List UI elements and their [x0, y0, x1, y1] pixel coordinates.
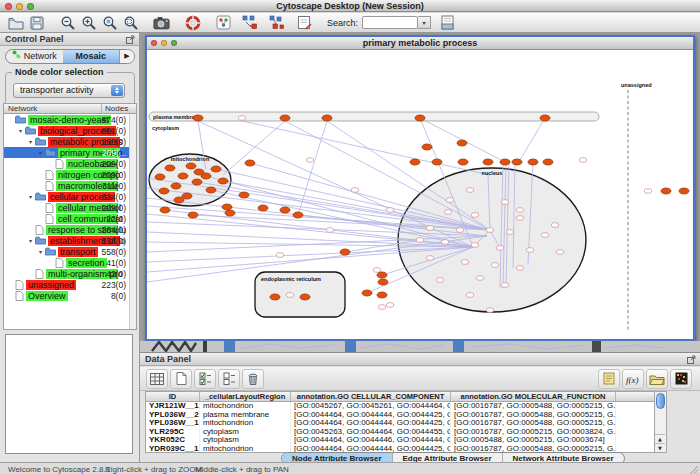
network-node[interactable] [280, 115, 290, 121]
tree-row[interactable]: response to stimulu264(0) [4, 224, 136, 235]
network-node[interactable] [541, 233, 549, 238]
network-node[interactable] [457, 140, 467, 146]
tab-mosaic[interactable]: Mosaic [63, 50, 120, 63]
network-node[interactable] [422, 144, 432, 150]
network-node[interactable] [245, 160, 255, 166]
table-row[interactable]: YJR121W__1mitochondrion[GO:0045267, GO:0… [146, 402, 654, 411]
network-node[interactable] [458, 159, 468, 165]
network-node[interactable] [556, 250, 564, 255]
table-scrollbar[interactable]: ▲ ▼ [655, 391, 667, 453]
network-node[interactable] [540, 115, 550, 121]
tree-row[interactable]: mosaic-demo-yeast874(0) [4, 114, 136, 125]
network-node[interactable] [441, 240, 449, 245]
network-node[interactable] [194, 169, 204, 175]
network-node[interactable] [476, 276, 484, 281]
network-canvas[interactable]: plasma membrane cytoplasm mitochondrion … [147, 50, 693, 337]
network-node[interactable] [377, 292, 387, 298]
network-node[interactable] [644, 189, 652, 194]
unselect-attributes-icon[interactable] [218, 369, 240, 389]
tree-row[interactable]: macromolecule311(0) [4, 180, 136, 191]
network-node[interactable] [211, 166, 221, 172]
network-node[interactable] [486, 308, 494, 313]
network-node[interactable] [351, 188, 359, 193]
table-row[interactable]: YLR295Ccytoplasm[GO:0045263, GO:0044464,… [146, 428, 654, 437]
tree-scrollbar[interactable] [129, 114, 136, 329]
tree-row[interactable]: ▾transport558(0) [4, 246, 136, 257]
float-icon[interactable] [126, 35, 135, 48]
network-node[interactable] [486, 228, 494, 233]
expander-icon[interactable]: ▾ [26, 237, 35, 244]
network-node[interactable] [340, 249, 350, 255]
open-session-icon[interactable] [5, 14, 26, 32]
network-node[interactable] [222, 204, 232, 210]
network-node[interactable] [286, 293, 294, 298]
network-node[interactable] [416, 238, 424, 243]
resize-grip[interactable] [689, 465, 699, 473]
network-node[interactable] [218, 178, 228, 184]
tree-row[interactable]: multi-organism pro42(0) [4, 268, 136, 279]
expander-icon[interactable]: ▾ [16, 127, 25, 134]
tab-overflow-arrow[interactable]: ▶ [119, 50, 134, 63]
network-node[interactable] [436, 278, 444, 283]
zoom-in-icon[interactable] [78, 14, 99, 32]
network-node[interactable] [466, 188, 474, 193]
layout-two-icon[interactable] [267, 14, 288, 32]
network-node[interactable] [679, 188, 689, 194]
network-node[interactable] [193, 115, 203, 121]
tree-row[interactable]: ▾cellular process614(0) [4, 191, 136, 202]
tree-row[interactable]: nitrogen compo209(0) [4, 169, 136, 180]
network-node[interactable] [300, 294, 310, 300]
tree-row[interactable]: Overview8(0) [4, 290, 136, 301]
tree-row[interactable]: nucleobase-209(0) [4, 158, 136, 169]
scroll-down-icon[interactable]: ▼ [655, 443, 665, 452]
birds-eye-view[interactable] [5, 334, 133, 454]
network-node[interactable] [446, 198, 454, 203]
table-row[interactable]: YPL036W__2plasma membrane[GO:0044464, GO… [146, 411, 654, 420]
snapshot-icon[interactable] [151, 14, 172, 32]
layout-one-icon[interactable] [240, 14, 261, 32]
network-node[interactable] [171, 183, 181, 189]
network-node[interactable] [306, 158, 314, 163]
network-node[interactable] [456, 228, 464, 233]
network-node[interactable] [483, 159, 493, 165]
network-node[interactable] [270, 294, 280, 300]
network-node[interactable] [165, 165, 175, 171]
network-node[interactable] [377, 272, 387, 278]
expander-icon[interactable]: ▾ [26, 138, 35, 145]
network-node[interactable] [160, 207, 170, 213]
network-node[interactable] [506, 230, 514, 235]
network-node[interactable] [526, 248, 534, 253]
scrollbar-thumb[interactable] [656, 393, 665, 409]
new-attribute-icon[interactable] [170, 369, 192, 389]
network-node[interactable] [516, 216, 524, 221]
network-node[interactable] [293, 212, 303, 218]
tree-row[interactable]: ▾biological_process651(0) [4, 125, 136, 136]
network-node[interactable] [239, 192, 249, 198]
network-node[interactable] [528, 159, 538, 165]
tree-row[interactable]: unassigned223(0) [4, 279, 136, 290]
network-node[interactable] [192, 179, 202, 185]
tree-row[interactable]: ▾primary metabo209(... [4, 147, 136, 158]
network-node[interactable] [186, 163, 196, 169]
help-icon[interactable] [182, 14, 203, 32]
tree-row[interactable]: ▾metabolic process280(0) [4, 136, 136, 147]
network-node[interactable] [178, 173, 188, 179]
network-node[interactable] [386, 303, 394, 308]
network-node[interactable] [471, 213, 479, 218]
network-node[interactable] [174, 197, 184, 203]
select-attributes-icon[interactable] [194, 369, 216, 389]
network-node[interactable] [501, 283, 509, 288]
vizmapper-icon[interactable] [213, 14, 234, 32]
matrix-icon[interactable] [670, 369, 692, 389]
network-node[interactable] [500, 159, 510, 165]
network-node[interactable] [444, 210, 452, 215]
zoom-selected-icon[interactable] [99, 14, 120, 32]
attribute-grid-icon[interactable] [146, 369, 168, 389]
network-node[interactable] [386, 208, 394, 213]
network-node[interactable] [378, 305, 386, 310]
network-node[interactable] [426, 256, 434, 261]
network-node[interactable] [512, 159, 522, 165]
network-node[interactable] [426, 226, 434, 231]
network-node[interactable] [238, 116, 246, 121]
network-node[interactable] [276, 253, 284, 258]
